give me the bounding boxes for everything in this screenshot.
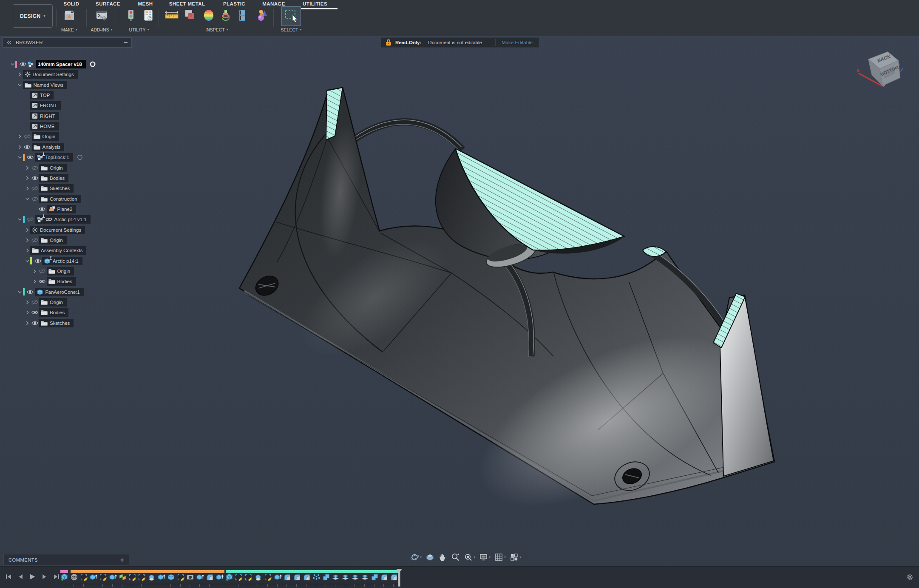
viewcube[interactable]: BACK BOTTOM X — [854, 46, 909, 90]
display-settings-icon[interactable]: ▾ — [478, 552, 491, 562]
timeline-fanaerocone-span[interactable] — [226, 570, 398, 573]
timeline-feature-extrude-icon[interactable] — [109, 573, 117, 581]
tree-node-label[interactable]: Arctic p14:1 — [53, 258, 79, 264]
timeline-feature-circular-pattern-icon[interactable] — [312, 573, 321, 581]
visibility-eye-off-icon[interactable] — [30, 196, 39, 202]
chevron-down-icon[interactable] — [17, 217, 23, 222]
browser-tree-row[interactable]: Arctic p14:1 — [24, 256, 82, 266]
timeline-feature-revolve-icon[interactable] — [254, 573, 262, 581]
timeline-feature-sketch-icon[interactable] — [177, 573, 185, 581]
chevron-down-icon[interactable]: ▾ — [420, 555, 422, 559]
tree-node-label[interactable]: 140mm Spacer v18 — [38, 62, 82, 67]
timeline-feature-hole-icon[interactable] — [186, 573, 194, 581]
viewports-icon[interactable]: ▾ — [509, 552, 522, 562]
tree-node-label[interactable]: RIGHT — [40, 114, 55, 119]
timeline-feature-extrude-icon[interactable] — [196, 573, 204, 581]
timeline-feature-fillet-icon[interactable] — [293, 573, 301, 581]
tab-surface[interactable]: SURFACE — [94, 1, 122, 6]
browser-tree-row[interactable]: Document Settings — [24, 225, 85, 235]
timeline-feature-mirror-icon[interactable] — [332, 573, 340, 581]
minimize-browser-icon[interactable] — [124, 42, 128, 43]
chevron-down-icon[interactable]: ▾ — [474, 555, 475, 559]
visibility-eye-off-icon[interactable] — [23, 134, 32, 139]
tree-node-label[interactable]: Named Views — [34, 82, 64, 88]
timeline-roll-marker[interactable] — [60, 570, 68, 573]
group-label-add-ins[interactable]: ADD-INS▾ — [91, 27, 112, 32]
browser-tree-row[interactable]: 140mm Spacer v18 — [9, 59, 96, 69]
viewport-3d[interactable] — [0, 0, 919, 588]
collapse-browser-icon[interactable] — [7, 40, 11, 45]
timeline-feature-fillet-icon[interactable] — [283, 573, 291, 581]
browser-tree-row[interactable]: Origin — [24, 163, 67, 173]
timeline-feature-combine-icon[interactable] — [322, 573, 330, 581]
tab-manage[interactable]: MANAGE — [261, 1, 287, 6]
timeline-feature-combine-icon[interactable] — [371, 573, 379, 581]
pan-icon[interactable] — [437, 552, 448, 562]
visibility-eye-off-icon[interactable] — [30, 185, 39, 191]
browser-tree-row[interactable]: Sketches — [24, 183, 74, 193]
appearance-shapes-icon[interactable] — [255, 9, 268, 22]
tree-node-label[interactable]: Document Settings — [40, 227, 81, 233]
browser-tree-row[interactable]: FanAeroCone:1 — [17, 287, 84, 297]
timeline-feature-link-icon[interactable] — [70, 573, 78, 581]
visibility-eye-icon[interactable] — [23, 144, 32, 150]
zoom-icon[interactable] — [450, 552, 461, 562]
step-forward-icon[interactable] — [41, 574, 48, 579]
timeline-feature-sketch-icon[interactable] — [80, 573, 88, 581]
visibility-eye-off-icon[interactable] — [26, 216, 35, 222]
tree-node-label[interactable]: Construction — [50, 196, 77, 202]
timeline-feature-mirror-icon[interactable] — [361, 573, 369, 581]
timeline-feature-new-component-icon[interactable] — [225, 573, 233, 581]
timeline-feature-sketch-icon[interactable] — [128, 573, 136, 581]
visibility-eye-icon[interactable] — [38, 206, 47, 212]
browser-tree-row[interactable]: Plane2 — [32, 204, 77, 214]
section-analysis-icon[interactable] — [238, 9, 249, 22]
group-label-inspect[interactable]: INSPECT▾ — [205, 27, 228, 32]
chevron-down-icon[interactable]: ▾ — [504, 555, 506, 559]
timeline-feature-extrude-icon[interactable] — [157, 573, 165, 581]
activate-component-radio[interactable] — [90, 61, 96, 67]
browser-tree-row[interactable]: Bodies — [24, 173, 68, 183]
select-tool-button[interactable] — [281, 6, 301, 26]
browser-tree-row[interactable]: Assembly Contexts — [24, 245, 86, 256]
skip-start-icon[interactable] — [5, 574, 12, 579]
process-report-icon[interactable] — [142, 9, 154, 22]
fit-icon[interactable]: ▾ — [463, 552, 476, 562]
timeline-playhead[interactable] — [398, 569, 400, 587]
browser-tree-row[interactable]: TopBlock:1 — [17, 152, 83, 162]
chevron-down-icon[interactable] — [17, 290, 23, 294]
tree-node-label[interactable]: Bodies — [50, 310, 65, 315]
visibility-eye-icon[interactable] — [30, 310, 39, 315]
chevron-down-icon[interactable]: ▾ — [519, 555, 521, 559]
make-editable-button[interactable]: Make Editable — [502, 40, 533, 45]
visibility-eye-off-icon[interactable] — [38, 268, 47, 274]
tab-plastic[interactable]: PLASTIC — [221, 1, 247, 6]
play-icon[interactable] — [29, 574, 36, 579]
timeline-options-gear-icon[interactable] — [907, 574, 913, 580]
chevron-down-icon[interactable]: ▾ — [489, 555, 491, 559]
chevron-right-icon[interactable] — [32, 279, 38, 284]
activate-component-radio[interactable] — [77, 154, 83, 160]
browser-tree-row[interactable]: HOME — [24, 121, 59, 131]
model-strut-upper[interactable] — [353, 122, 462, 150]
timeline-feature-extrude-icon[interactable] — [89, 573, 97, 581]
timeline-feature-mirror-icon[interactable] — [341, 573, 349, 581]
visibility-eye-icon[interactable] — [33, 258, 42, 264]
chevron-right-icon[interactable] — [24, 321, 30, 325]
chevron-right-icon[interactable] — [24, 166, 30, 170]
tree-node-label[interactable]: Plane2 — [57, 207, 73, 212]
look-at-icon[interactable] — [425, 552, 435, 562]
traffic-light-icon[interactable] — [125, 9, 137, 22]
browser-tree-row[interactable]: Origin — [17, 131, 60, 142]
chevron-down-icon[interactable] — [24, 259, 30, 263]
chevron-down-icon[interactable] — [17, 83, 23, 87]
tree-node-label[interactable]: Analysis — [43, 145, 61, 150]
tab-sheet-metal[interactable]: SHEET METAL — [167, 1, 207, 6]
browser-tree-row[interactable]: Origin — [24, 297, 67, 307]
tree-node-label[interactable]: Bodies — [50, 176, 65, 181]
skip-end-icon[interactable] — [53, 574, 60, 579]
add-comment-icon[interactable]: + — [120, 556, 124, 563]
comments-bar[interactable]: COMMENTS + — [3, 554, 129, 565]
group-label-utility[interactable]: UTILITY▾ — [129, 27, 149, 32]
timeline-feature-fillet-icon[interactable] — [380, 573, 388, 581]
